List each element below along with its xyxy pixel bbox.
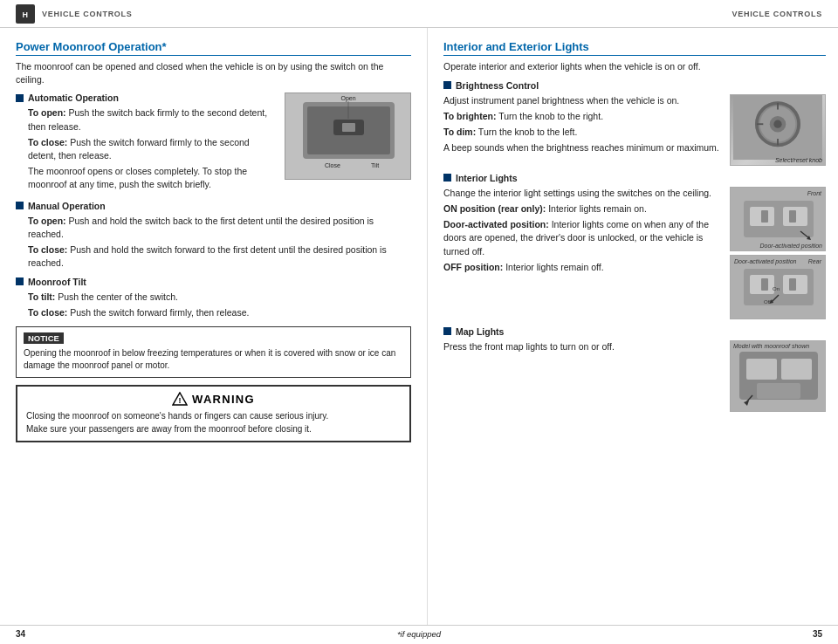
rear-label: Rear: [808, 258, 821, 264]
brightness-title: Brightness Control: [443, 80, 826, 91]
notice-label: NOTICE: [24, 332, 64, 344]
door-activated-label2: Door-activated position: [734, 258, 796, 264]
interior-lights-text: Change the interior light settings using…: [443, 187, 721, 277]
svg-rect-26: [761, 210, 768, 223]
map-lights-text: Press the front map lights to turn on or…: [443, 340, 721, 356]
warning-label: WARNING: [192, 393, 255, 406]
header-right-label: VEHICLE CONTROLS: [732, 10, 822, 18]
map-lights-image-caption: Model with moonroof shown: [733, 343, 809, 349]
moonroof-svg: Open Close Tilt: [285, 93, 411, 180]
left-section-intro: The moonroof can be opened and closed wh…: [16, 60, 411, 86]
svg-text:!: !: [179, 396, 182, 405]
notice-text: Opening the moonroof in below freezing t…: [24, 347, 403, 372]
svg-rect-42: [746, 359, 777, 380]
warning-header: ! WARNING: [26, 392, 401, 406]
interior-lights-content: Change the interior light settings using…: [443, 187, 826, 319]
interior-front-image: Front Door-activated position: [730, 187, 826, 251]
svg-rect-6: [342, 123, 355, 132]
header-right: VEHICLE CONTROLS: [732, 10, 822, 18]
svg-rect-35: [789, 278, 796, 291]
svg-point-17: [773, 120, 781, 127]
svg-text:Open: Open: [340, 95, 355, 102]
right-column: Interior and Exterior Lights Operate int…: [428, 28, 838, 625]
right-section-intro: Operate interior and exterior lights whe…: [443, 60, 826, 73]
brightness-text: Adjust instrument panel brightness when …: [443, 94, 721, 158]
logo-icon: H: [16, 4, 35, 24]
subsection-brightness: Brightness Control Adjust instrument pan…: [443, 80, 826, 166]
interior-lights-title: Interior Lights: [443, 173, 826, 183]
svg-text:Close: Close: [325, 162, 340, 168]
bullet-icon: [16, 94, 24, 102]
tilt-body: To tilt: Push the center of the switch. …: [16, 291, 411, 319]
subsection-automatic: Open Close Tilt Automatic Operation To o…: [16, 92, 411, 194]
svg-text:H: H: [22, 10, 28, 19]
brightness-content: Adjust instrument panel brightness when …: [443, 94, 826, 166]
brightness-image-caption: Select/reset knob: [775, 157, 822, 163]
content-area: Power Moonroof Operation* The moonroof c…: [0, 28, 838, 625]
warning-triangle-icon: !: [172, 392, 188, 406]
moonroof-diagram: Open Close Tilt: [285, 92, 411, 180]
svg-rect-43: [781, 359, 812, 380]
subsection-tilt: Moonroof Tilt To tilt: Push the center o…: [16, 277, 411, 319]
automatic-title: Automatic Operation: [16, 92, 276, 103]
interior-lights-images: Front Door-activated position: [730, 187, 826, 319]
page-container: H VEHICLE CONTROLS VEHICLE CONTROLS Powe…: [0, 0, 838, 644]
door-activated-label1: Door-activated position: [760, 243, 822, 249]
bullet-icon: [443, 327, 451, 335]
map-lights-content: Press the front map lights to turn on or…: [443, 340, 826, 412]
header-left: H VEHICLE CONTROLS: [16, 4, 133, 24]
brightness-image: Select/reset knob: [730, 94, 826, 166]
notice-box: NOTICE Opening the moonroof in below fre…: [16, 326, 411, 378]
bullet-icon: [16, 202, 24, 209]
header-left-label: VEHICLE CONTROLS: [42, 10, 133, 18]
subsection-interior-lights: Interior Lights Change the interior ligh…: [443, 173, 826, 319]
tilt-title: Moonroof Tilt: [16, 277, 411, 287]
subsection-manual: Manual Operation To open: Push and hold …: [16, 201, 411, 271]
manual-title: Manual Operation: [16, 201, 411, 211]
right-section-title: Interior and Exterior Lights: [443, 40, 826, 56]
warning-box: ! WARNING Closing the moonroof on someon…: [16, 385, 411, 442]
svg-text:Off: Off: [764, 299, 771, 305]
map-lights-title: Map Lights: [443, 326, 826, 337]
page-number-left: 34: [16, 629, 51, 639]
footnote: *if equipped: [51, 629, 787, 639]
svg-rect-44: [757, 383, 800, 399]
manual-body: To open: Push and hold the switch back t…: [16, 215, 411, 271]
left-column: Power Moonroof Operation* The moonroof c…: [0, 28, 428, 625]
map-lights-image: Model with moonroof shown: [730, 340, 826, 412]
warning-text: Closing the moonroof on someone's hands …: [26, 410, 401, 435]
interior-rear-image: On Off Door-activated position Rear: [730, 255, 826, 319]
bullet-icon: [443, 81, 451, 89]
left-section-title: Power Moonroof Operation*: [16, 40, 411, 56]
bullet-icon: [16, 277, 24, 285]
bullet-icon: [443, 174, 451, 182]
subsection-map-lights: Map Lights Press the front map lights to…: [443, 326, 826, 412]
front-label: Front: [807, 190, 821, 196]
svg-text:Tilt: Tilt: [371, 162, 379, 168]
svg-text:On: On: [773, 286, 780, 291]
page-number-right: 35: [787, 629, 822, 639]
page-footer: 34 *if equipped 35: [0, 625, 838, 644]
svg-rect-27: [789, 210, 796, 223]
svg-rect-34: [761, 278, 768, 291]
page-header: H VEHICLE CONTROLS VEHICLE CONTROLS: [0, 0, 838, 28]
